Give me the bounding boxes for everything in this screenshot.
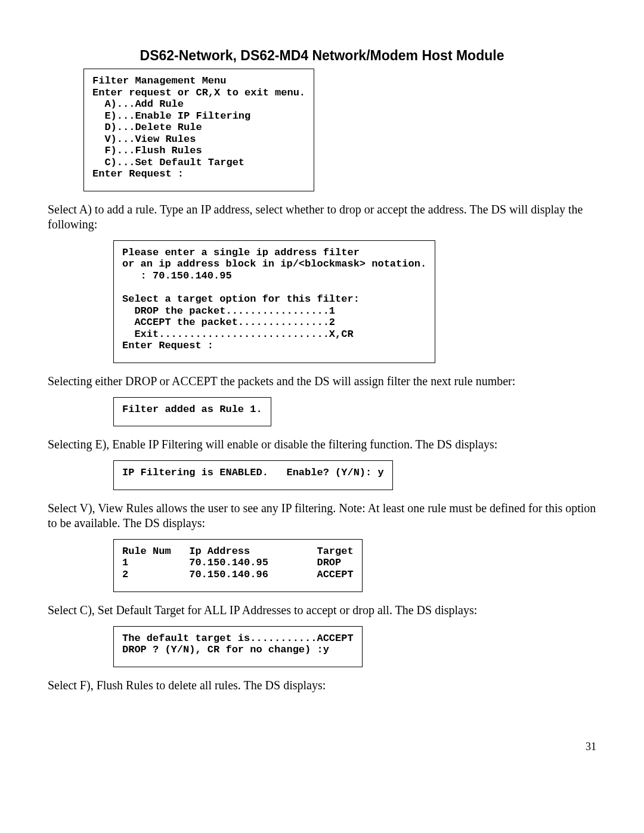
terminal-filter-added: Filter added as Rule 1. (113, 397, 271, 427)
page-number: 31 (48, 741, 596, 753)
paragraph-drop-accept: Selecting either DROP or ACCEPT the pack… (48, 374, 596, 389)
paragraph-enable-filtering: Selecting E), Enable IP Filtering will e… (48, 437, 596, 452)
paragraph-default-target: Select C), Set Default Target for ALL IP… (48, 603, 596, 618)
terminal-default-target: The default target is...........ACCEPT D… (113, 626, 363, 667)
document-title: DS62-Network, DS62-MD4 Network/Modem Hos… (48, 48, 596, 64)
terminal-enable-filtering: IP Filtering is ENABLED. Enable? (Y/N): … (113, 460, 393, 490)
terminal-rules-table: Rule Num Ip Address Target 1 70.150.140.… (113, 539, 363, 592)
paragraph-flush-rules: Select F), Flush Rules to delete all rul… (48, 678, 596, 693)
paragraph-view-rules: Select V), View Rules allows the user to… (48, 501, 596, 531)
terminal-add-rule: Please enter a single ip address filter … (113, 240, 435, 363)
paragraph-add-rule: Select A) to add a rule. Type an IP addr… (48, 202, 596, 232)
terminal-filter-menu: Filter Management Menu Enter request or … (83, 69, 314, 191)
